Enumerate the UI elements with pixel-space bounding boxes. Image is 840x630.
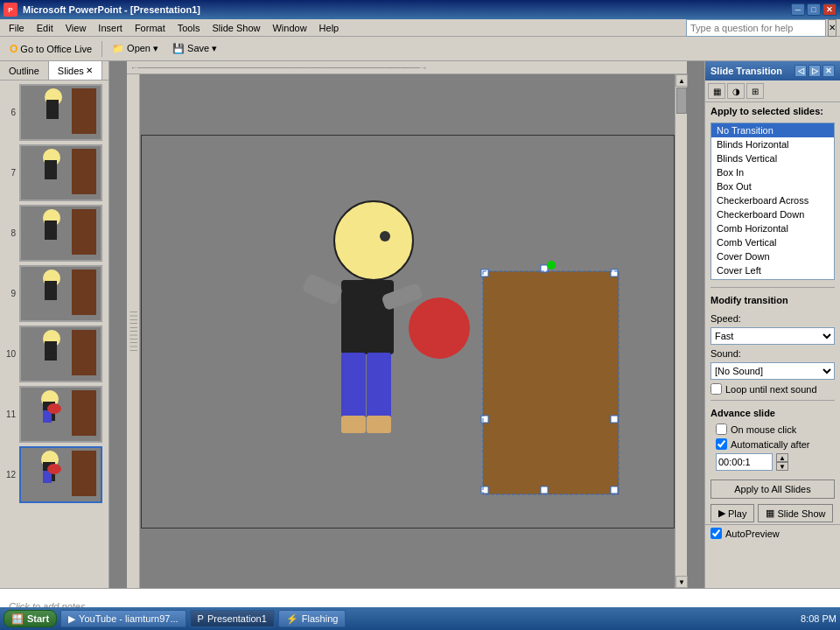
svg-rect-16: [481, 486, 488, 494]
slide-item-7[interactable]: 7: [4, 144, 105, 201]
slide-item-12[interactable]: 12: [4, 446, 105, 503]
svg-rect-18: [611, 486, 618, 494]
slide-canvas[interactable]: [141, 135, 675, 528]
menu-format[interactable]: Format: [130, 21, 171, 35]
slide-thumb-12: [19, 446, 102, 503]
slide-thumb-7: [19, 144, 102, 201]
transition-box-in[interactable]: Box In: [711, 165, 834, 179]
apply-all-btn[interactable]: Apply to All Slides: [710, 480, 835, 499]
menu-file[interactable]: File: [4, 21, 30, 35]
slide-vscroll: ▲ ▼: [675, 74, 687, 588]
slide-item-10[interactable]: 10: [4, 326, 105, 382]
tab-outline[interactable]: Outline: [0, 61, 49, 80]
transition-checker-across[interactable]: Checkerboard Across: [711, 193, 834, 207]
slide-thumb-10: [19, 326, 102, 382]
panel-header: Slide Transition ◁ ▷ ✕: [705, 61, 840, 80]
auto-after-checkbox[interactable]: [716, 438, 727, 450]
panel-close-right[interactable]: ✕: [822, 65, 835, 77]
menu-insert[interactable]: Insert: [93, 21, 128, 35]
svg-rect-8: [341, 416, 366, 433]
taskbar-flashing[interactable]: ⚡ Flashing: [278, 610, 346, 627]
transition-blinds-v[interactable]: Blinds Vertical: [711, 151, 834, 165]
scroll-down-btn[interactable]: ▼: [676, 576, 688, 588]
transition-no-transition[interactable]: No Transition: [711, 123, 834, 137]
help-search-close[interactable]: ✕: [828, 19, 836, 37]
panel-tool-2[interactable]: ◑: [727, 83, 745, 99]
menu-view[interactable]: View: [60, 21, 92, 35]
menu-slideshow[interactable]: Slide Show: [206, 21, 265, 35]
slide-item-8[interactable]: 8: [4, 205, 105, 262]
slide-item-6[interactable]: 6: [4, 84, 105, 141]
loop-row: Loop until next sound: [705, 382, 840, 396]
scroll-thumb[interactable]: [676, 88, 687, 114]
transition-checker-down[interactable]: Checkerboard Down: [711, 207, 834, 221]
svg-rect-2: [341, 280, 394, 354]
menu-edit[interactable]: Edit: [32, 21, 59, 35]
play-btn[interactable]: ▶ Play: [710, 504, 754, 522]
slideshow-btn[interactable]: ▦ Slide Show: [758, 504, 833, 522]
slides-list: 6 7: [0, 80, 108, 588]
folder-icon: 📁: [112, 43, 124, 54]
menu-help[interactable]: Help: [314, 21, 345, 35]
slide-item-9[interactable]: 9: [4, 265, 105, 322]
mouse-click-checkbox[interactable]: [716, 424, 727, 435]
slides-panel: Outline Slides ✕ 6 7: [0, 61, 109, 588]
panel-tool-1[interactable]: ▦: [708, 83, 725, 99]
taskbar-presentation[interactable]: P Presentation1: [190, 610, 275, 627]
ruler-horizontal: ←───────────────────────────────────────…: [127, 61, 687, 74]
svg-point-20: [547, 261, 556, 270]
flashing-icon: ⚡: [286, 613, 298, 625]
taskbar-youtube[interactable]: ▶ YouTube - liamturn97...: [60, 610, 186, 627]
slide-thumb-6: [19, 84, 102, 141]
start-button[interactable]: 🪟 Start: [4, 610, 57, 627]
menu-tools[interactable]: Tools: [172, 21, 206, 35]
transition-blinds-h[interactable]: Blinds Horizontal: [711, 137, 834, 151]
scroll-up-btn[interactable]: ▲: [676, 74, 688, 87]
transition-cover-left[interactable]: Cover Left: [711, 263, 834, 277]
speed-row: Speed:: [705, 312, 840, 326]
transition-box-out[interactable]: Box Out: [711, 179, 834, 193]
transition-list[interactable]: No Transition Blinds Horizontal Blinds V…: [710, 122, 835, 280]
open-btn[interactable]: 📁 Open ▾: [106, 39, 164, 59]
toolbar-sep-1: [102, 41, 102, 57]
panel-close-btn[interactable]: ✕: [86, 66, 93, 75]
panel-tool-3[interactable]: ⊞: [746, 83, 764, 99]
time-input[interactable]: [716, 453, 773, 471]
svg-rect-7: [367, 353, 391, 418]
playback-row: ▶ Play ▦ Slide Show: [705, 502, 840, 524]
panel-other-btn-2[interactable]: ▷: [808, 65, 821, 77]
transition-cover-down[interactable]: Cover Down: [711, 249, 834, 263]
svg-point-1: [380, 231, 390, 242]
time-spin-down[interactable]: ▼: [776, 462, 788, 471]
system-clock: 8:08 PM: [801, 613, 836, 624]
sound-select-wrapper: [No Sound] Applause Arrow Bomb: [705, 360, 840, 382]
save-icon: 💾: [172, 43, 185, 54]
sound-select[interactable]: [No Sound] Applause Arrow Bomb: [710, 362, 835, 380]
time-spin-up[interactable]: ▲: [776, 453, 788, 462]
transition-comb-v[interactable]: Comb Vertical: [711, 235, 834, 249]
close-btn[interactable]: ✕: [822, 4, 836, 16]
panel-other-btn-1[interactable]: ◁: [794, 65, 807, 77]
main-toolbar: O Go to Office Live 📁 Open ▾ 💾 Save ▾: [0, 37, 840, 61]
maximize-btn[interactable]: □: [807, 4, 821, 16]
svg-rect-9: [367, 416, 391, 433]
minimize-btn[interactable]: ─: [791, 4, 805, 16]
office-live-btn[interactable]: O Go to Office Live: [4, 39, 98, 59]
app-icon: P: [4, 3, 18, 17]
loop-checkbox[interactable]: [710, 383, 722, 395]
autopreview-checkbox[interactable]: [710, 528, 722, 539]
youtube-icon: ▶: [68, 613, 75, 625]
speed-select[interactable]: Slow Medium Fast: [710, 327, 835, 345]
menu-window[interactable]: Window: [267, 21, 312, 35]
mouse-click-label: On mouse click: [731, 424, 796, 435]
help-search[interactable]: [686, 19, 826, 37]
sound-row: Sound:: [705, 346, 840, 360]
slide-thumb-9: [19, 265, 102, 322]
transition-comb-h[interactable]: Comb Horizontal: [711, 221, 834, 235]
slide-area: ←───────────────────────────────────────…: [109, 61, 704, 588]
save-btn[interactable]: 💾 Save ▾: [166, 39, 223, 59]
tab-slides[interactable]: Slides ✕: [49, 61, 102, 80]
panel-tabs: Outline Slides ✕: [0, 61, 108, 80]
slide-item-11[interactable]: 11: [4, 386, 105, 443]
autopreview-label: AutoPreview: [725, 528, 780, 539]
